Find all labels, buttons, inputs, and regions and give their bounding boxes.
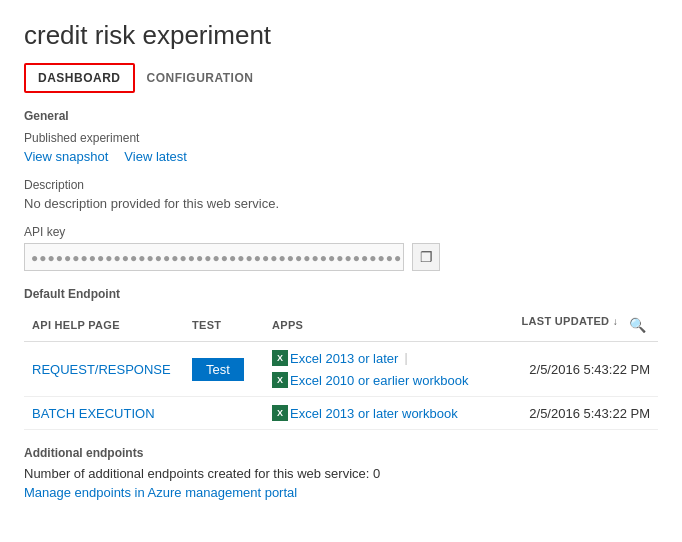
api-key-section: API key ●●●●●●●●●●●●●●●●●●●●●●●●●●●●●●●●… bbox=[24, 225, 658, 271]
excel-2013-later-link[interactable]: Excel 2013 or later bbox=[290, 351, 398, 366]
last-updated-label: LAST UPDATED bbox=[522, 315, 610, 327]
api-key-label: API key bbox=[24, 225, 658, 239]
tab-configuration[interactable]: CONFIGURATION bbox=[135, 65, 266, 91]
test-cell-2 bbox=[184, 397, 264, 430]
excel-2013-later-workbook-link[interactable]: Excel 2013 or later workbook bbox=[290, 406, 458, 421]
general-label: General bbox=[24, 109, 658, 123]
additional-endpoints-section: Additional endpoints Number of additiona… bbox=[24, 446, 658, 500]
col-header-last-updated[interactable]: LAST UPDATED ↓ 🔍 bbox=[498, 309, 658, 342]
view-latest-link[interactable]: View latest bbox=[124, 149, 187, 164]
test-button[interactable]: Test bbox=[192, 358, 244, 381]
published-experiment-label: Published experiment bbox=[24, 131, 658, 145]
excel-app-link-group-1: X Excel 2013 or later bbox=[272, 350, 398, 366]
table-row: REQUEST/RESPONSE Test X Excel 2013 or la… bbox=[24, 342, 658, 397]
last-updated-cell-2: 2/5/2016 5:43:22 PM bbox=[498, 397, 658, 430]
apps-cell-2: X Excel 2013 or later workbook bbox=[264, 397, 498, 430]
copy-api-key-button[interactable]: ❐ bbox=[412, 243, 440, 271]
table-row: BATCH EXECUTION X Excel 2013 or later wo… bbox=[24, 397, 658, 430]
manage-endpoints-link[interactable]: Manage endpoints in Azure management por… bbox=[24, 485, 297, 500]
sort-arrow-icon: ↓ bbox=[613, 316, 618, 327]
excel-icon-1: X bbox=[272, 350, 288, 366]
apps-separator: | bbox=[404, 351, 407, 365]
last-updated-cell-1: 2/5/2016 5:43:22 PM bbox=[498, 342, 658, 397]
page-title: credit risk experiment bbox=[24, 20, 658, 51]
description-label: Description bbox=[24, 178, 658, 192]
additional-endpoints-count: Number of additional endpoints created f… bbox=[24, 466, 658, 481]
excel-icon-2: X bbox=[272, 372, 288, 388]
test-cell: Test bbox=[184, 342, 264, 397]
api-link-cell: REQUEST/RESPONSE bbox=[24, 342, 184, 397]
api-link-cell-2: BATCH EXECUTION bbox=[24, 397, 184, 430]
view-snapshot-link[interactable]: View snapshot bbox=[24, 149, 108, 164]
excel-app-link-group-3: X Excel 2013 or later workbook bbox=[272, 405, 458, 421]
additional-endpoints-label: Additional endpoints bbox=[24, 446, 658, 460]
api-key-value: ●●●●●●●●●●●●●●●●●●●●●●●●●●●●●●●●●●●●●●●●… bbox=[24, 243, 404, 271]
default-endpoint-section: Default Endpoint API HELP PAGE TEST APPS… bbox=[24, 287, 658, 430]
col-header-apps: APPS bbox=[264, 309, 498, 342]
apps-cell: X Excel 2013 or later | X Excel 2010 or … bbox=[264, 342, 498, 397]
default-endpoint-label: Default Endpoint bbox=[24, 287, 658, 301]
search-icon[interactable]: 🔍 bbox=[625, 315, 650, 335]
description-text: No description provided for this web ser… bbox=[24, 196, 658, 211]
request-response-link[interactable]: REQUEST/RESPONSE bbox=[32, 362, 171, 377]
excel-2010-earlier-link[interactable]: Excel 2010 or earlier workbook bbox=[290, 373, 468, 388]
tabs-bar: DASHBOARD CONFIGURATION bbox=[24, 63, 658, 93]
excel-app-link-group-2: X Excel 2010 or earlier workbook bbox=[272, 372, 468, 388]
batch-execution-link[interactable]: BATCH EXECUTION bbox=[32, 406, 155, 421]
col-header-api: API HELP PAGE bbox=[24, 309, 184, 342]
copy-icon: ❐ bbox=[420, 249, 433, 265]
excel-icon-3: X bbox=[272, 405, 288, 421]
tab-dashboard[interactable]: DASHBOARD bbox=[24, 63, 135, 93]
col-header-test: TEST bbox=[184, 309, 264, 342]
endpoint-table: API HELP PAGE TEST APPS LAST UPDATED ↓ 🔍… bbox=[24, 309, 658, 430]
api-key-row: ●●●●●●●●●●●●●●●●●●●●●●●●●●●●●●●●●●●●●●●●… bbox=[24, 243, 658, 271]
published-experiment-links: View snapshot View latest bbox=[24, 149, 658, 164]
